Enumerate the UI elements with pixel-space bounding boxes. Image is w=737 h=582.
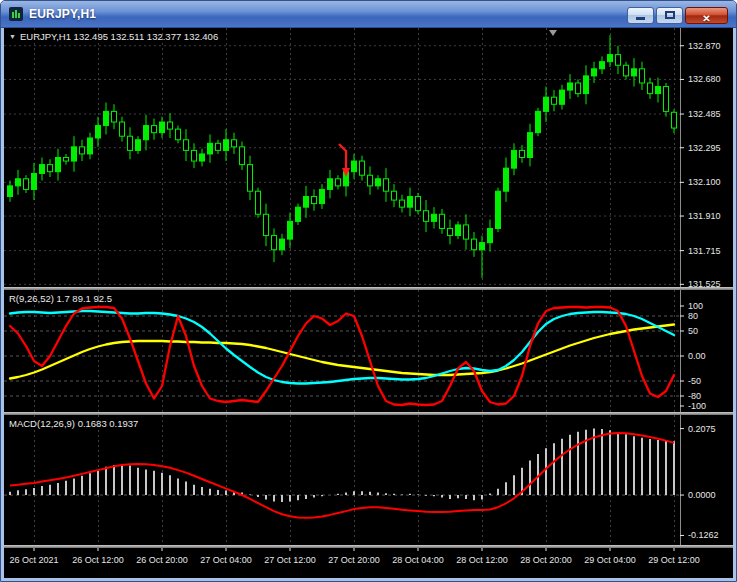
macd-label: MACD(12,26,9) 0.1683 0.1937 — [9, 418, 138, 429]
svg-text:26 Oct 12:00: 26 Oct 12:00 — [72, 555, 124, 565]
macd-pane[interactable]: 0.20750.0000-0.1262 MACD(12,26,9) 0.1683… — [4, 415, 733, 545]
svg-text:27 Oct 20:00: 27 Oct 20:00 — [328, 555, 380, 565]
time-axis-scale[interactable]: 26 Oct 202126 Oct 12:0026 Oct 20:0027 Oc… — [4, 548, 733, 578]
svg-text:29 Oct 12:00: 29 Oct 12:00 — [648, 555, 700, 565]
maximize-icon — [665, 11, 675, 19]
svg-text:27 Oct 12:00: 27 Oct 12:00 — [264, 555, 316, 565]
minimize-icon — [636, 17, 645, 20]
quote-text: EURJPY,H1 132.495 132.511 132.377 132.40… — [20, 31, 218, 42]
oscillator-plot[interactable]: 10080500.00-50-80-100 — [4, 290, 733, 412]
price-axis[interactable] — [681, 28, 733, 545]
main-price-pane[interactable]: 132.870132.680132.485132.295132.100131.9… — [4, 28, 733, 287]
chart-shift-marker[interactable] — [549, 30, 557, 36]
symbol-quote-label: ▼EURJPY,H1 132.495 132.511 132.377 132.4… — [9, 31, 218, 42]
time-axis[interactable]: 26 Oct 202126 Oct 12:0026 Oct 20:0027 Oc… — [4, 548, 733, 578]
svg-text:28 Oct 20:00: 28 Oct 20:00 — [520, 555, 572, 565]
chart-window-icon — [9, 7, 23, 21]
close-icon: ✕ — [702, 13, 710, 24]
svg-text:29 Oct 04:00: 29 Oct 04:00 — [584, 555, 636, 565]
oscillator-label: R(9,26,52) 1.7 89.1 92.5 — [9, 293, 112, 304]
svg-text:28 Oct 04:00: 28 Oct 04:00 — [392, 555, 444, 565]
svg-text:28 Oct 12:00: 28 Oct 12:00 — [456, 555, 508, 565]
close-button[interactable]: ✕ — [685, 7, 728, 24]
svg-text:26 Oct 2021: 26 Oct 2021 — [9, 555, 58, 565]
oscillator-pane[interactable]: 10080500.00-50-80-100 R(9,26,52) 1.7 89.… — [4, 290, 733, 412]
svg-text:26 Oct 20:00: 26 Oct 20:00 — [136, 555, 188, 565]
chart-area: 132.870132.680132.485132.295132.100131.9… — [4, 28, 733, 578]
candlestick-plot[interactable]: 132.870132.680132.485132.295132.100131.9… — [4, 28, 733, 287]
title-bar[interactable]: EURJPY,H1 ✕ — [1, 1, 736, 28]
chart-window: EURJPY,H1 ✕ 132.870132.680132.485132.295… — [0, 0, 737, 582]
one-click-trading-toggle-icon[interactable]: ▼ — [9, 33, 16, 40]
svg-text:27 Oct 04:00: 27 Oct 04:00 — [200, 555, 252, 565]
macd-plot[interactable]: 0.20750.0000-0.1262 — [4, 415, 733, 545]
maximize-button[interactable] — [656, 7, 683, 24]
window-controls: ✕ — [627, 7, 728, 24]
minimize-button[interactable] — [627, 7, 654, 24]
window-title: EURJPY,H1 — [29, 7, 96, 21]
